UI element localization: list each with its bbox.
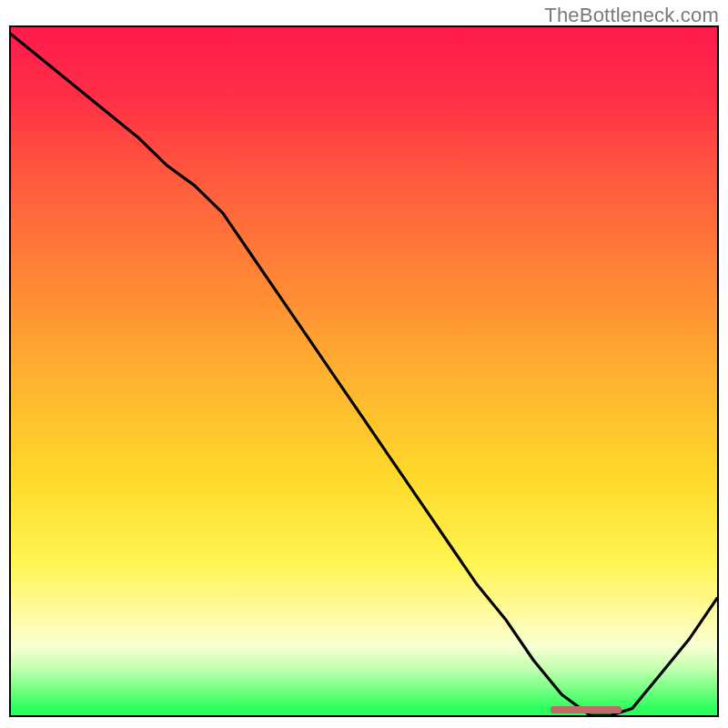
bottleneck-curve-path [11, 35, 717, 715]
line-series [11, 27, 717, 715]
plot-area [9, 25, 719, 717]
chart-canvas: TheBottleneck.com [0, 0, 728, 728]
optimal-range-marker [551, 706, 622, 713]
watermark-label: TheBottleneck.com [544, 4, 719, 27]
